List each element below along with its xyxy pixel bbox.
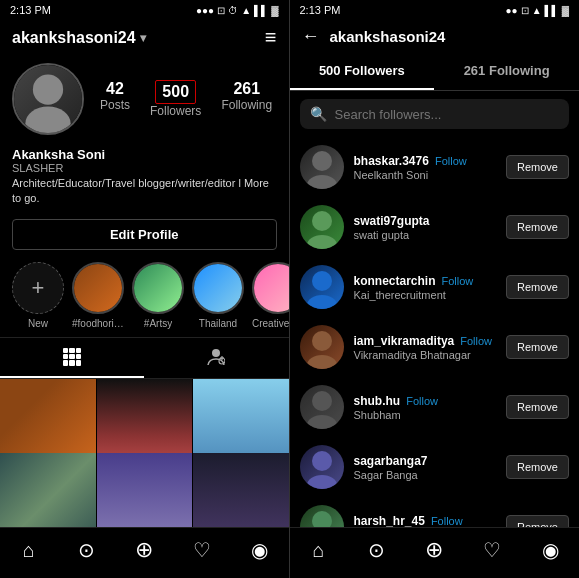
- follower-info-5: sagarbanga7 Sagar Banga: [354, 454, 497, 481]
- follower-info-3: iam_vikramaditya Follow Vikramaditya Bha…: [354, 334, 497, 361]
- back-button[interactable]: ←: [302, 26, 320, 47]
- follow-link-3[interactable]: Follow: [460, 335, 492, 347]
- follower-avatar-5: [300, 445, 344, 489]
- hamburger-menu-icon[interactable]: ≡: [265, 26, 277, 49]
- svg-point-1: [25, 107, 70, 135]
- story-label-4: Creative W...: [252, 318, 289, 329]
- photo-4[interactable]: [0, 453, 96, 527]
- story-circle-3: [192, 262, 244, 314]
- follower-realname-2: Kai_therecruitment: [354, 289, 497, 301]
- svg-point-14: [312, 391, 332, 411]
- remove-button-2[interactable]: Remove: [506, 275, 569, 299]
- right-nav-add-icon[interactable]: ⊕: [420, 536, 448, 564]
- follower-username-row-3: iam_vikramaditya Follow: [354, 334, 497, 348]
- svg-point-9: [307, 235, 337, 249]
- svg-point-8: [312, 211, 332, 231]
- followers-count: 500: [162, 83, 189, 100]
- story-2[interactable]: #Artsy: [132, 262, 184, 329]
- svg-point-18: [312, 511, 332, 527]
- follower-item: shub.hu Follow Shubham Remove: [290, 377, 580, 437]
- follower-username-0: bhaskar.3476: [354, 154, 429, 168]
- right-time: 2:13 PM: [300, 4, 341, 16]
- remove-button-6[interactable]: Remove: [506, 515, 569, 527]
- svg-point-6: [312, 151, 332, 171]
- follow-link-4[interactable]: Follow: [406, 395, 438, 407]
- search-icon: 🔍: [310, 106, 327, 122]
- bio-tag: SLASHER: [12, 162, 277, 174]
- right-header: ← akankshasoni24: [290, 20, 580, 53]
- follower-username-row-2: konnectarchin Follow: [354, 274, 497, 288]
- follower-avatar-2: [300, 265, 344, 309]
- left-status-icons: ●●● ⊡ ⏱ ▲ ▌▌ ▓: [196, 5, 279, 16]
- follow-link-2[interactable]: Follow: [442, 275, 474, 287]
- right-panel: 2:13 PM ●● ⊡ ▲ ▌▌ ▓ ← akankshasoni24 500…: [290, 0, 580, 578]
- follower-item: konnectarchin Follow Kai_therecruitment …: [290, 257, 580, 317]
- edit-profile-button[interactable]: Edit Profile: [12, 219, 277, 250]
- right-nav-profile-icon[interactable]: ◉: [536, 536, 564, 564]
- profile-tabs-row: [0, 337, 289, 379]
- posts-label: Posts: [100, 98, 130, 112]
- followers-stat[interactable]: 500 Followers: [150, 80, 201, 118]
- following-label: Following: [221, 98, 272, 112]
- story-add-new[interactable]: + New: [12, 262, 64, 329]
- nav-search-icon[interactable]: ⊙: [73, 536, 101, 564]
- tab-following[interactable]: 261 Following: [434, 53, 579, 90]
- photo-6[interactable]: [193, 453, 289, 527]
- follow-link-6[interactable]: Follow: [431, 515, 463, 527]
- right-status-icons: ●● ⊡ ▲ ▌▌ ▓: [506, 5, 569, 16]
- tab-grid[interactable]: [0, 338, 144, 378]
- remove-button-0[interactable]: Remove: [506, 155, 569, 179]
- photo-5[interactable]: [97, 453, 193, 527]
- follower-item: swati97gupta swati gupta Remove: [290, 197, 580, 257]
- follower-realname-5: Sagar Banga: [354, 469, 497, 481]
- remove-button-4[interactable]: Remove: [506, 395, 569, 419]
- svg-point-7: [307, 175, 337, 189]
- nav-add-icon[interactable]: ⊕: [130, 536, 158, 564]
- follower-info-2: konnectarchin Follow Kai_therecruitment: [354, 274, 497, 301]
- svg-point-0: [33, 74, 63, 104]
- remove-button-1[interactable]: Remove: [506, 215, 569, 239]
- follower-realname-3: Vikramaditya Bhatnagar: [354, 349, 497, 361]
- follower-avatar-3: [300, 325, 344, 369]
- story-3[interactable]: Thailand: [192, 262, 244, 329]
- story-1[interactable]: #foodhorihs: [72, 262, 124, 329]
- svg-point-12: [312, 331, 332, 351]
- left-panel: 2:13 PM ●●● ⊡ ⏱ ▲ ▌▌ ▓ akankshasoni24 ▾ …: [0, 0, 289, 578]
- dropdown-icon[interactable]: ▾: [140, 31, 146, 45]
- nav-home-icon[interactable]: ⌂: [15, 536, 43, 564]
- stories-row: + New #foodhorihs #Artsy Thailand: [0, 254, 289, 337]
- tab-tagged[interactable]: [144, 338, 288, 378]
- remove-button-5[interactable]: Remove: [506, 455, 569, 479]
- left-username: akankshasoni24: [12, 29, 136, 47]
- follower-avatar-6: [300, 505, 344, 527]
- right-nav-home-icon[interactable]: ⌂: [304, 536, 332, 564]
- story-4[interactable]: Creative W...: [252, 262, 289, 329]
- follower-username-6: harsh_hr_45: [354, 514, 425, 528]
- nav-heart-icon[interactable]: ♡: [188, 536, 216, 564]
- right-nav-heart-icon[interactable]: ♡: [478, 536, 506, 564]
- following-stat[interactable]: 261 Following: [221, 80, 272, 118]
- story-label-3: Thailand: [199, 318, 237, 329]
- right-nav-search-icon[interactable]: ⊙: [362, 536, 390, 564]
- follower-realname-4: Shubham: [354, 409, 497, 421]
- follower-realname-1: swati gupta: [354, 229, 497, 241]
- search-bar[interactable]: 🔍: [300, 99, 570, 129]
- follower-username-row-6: harsh_hr_45 Follow: [354, 514, 497, 528]
- bio-description: Architect/Educator/Travel blogger/writer…: [12, 176, 277, 207]
- left-time: 2:13 PM: [10, 4, 51, 16]
- follower-item: bhaskar.3476 Follow Neelkanth Soni Remov…: [290, 137, 580, 197]
- posts-stat[interactable]: 42 Posts: [100, 80, 130, 118]
- tab-followers[interactable]: 500 Followers: [290, 53, 435, 90]
- search-input[interactable]: [335, 107, 560, 122]
- follower-username-1: swati97gupta: [354, 214, 430, 228]
- nav-profile-icon[interactable]: ◉: [246, 536, 274, 564]
- follow-link-0[interactable]: Follow: [435, 155, 467, 167]
- left-header: akankshasoni24 ▾ ≡: [0, 20, 289, 55]
- svg-point-15: [307, 415, 337, 429]
- svg-point-11: [307, 295, 337, 309]
- stats-row: 42 Posts 500 Followers 261 Following: [100, 80, 277, 118]
- left-username-row[interactable]: akankshasoni24 ▾: [12, 29, 146, 47]
- profile-section: 42 Posts 500 Followers 261 Following: [0, 55, 289, 143]
- remove-button-3[interactable]: Remove: [506, 335, 569, 359]
- story-circle-4: [252, 262, 289, 314]
